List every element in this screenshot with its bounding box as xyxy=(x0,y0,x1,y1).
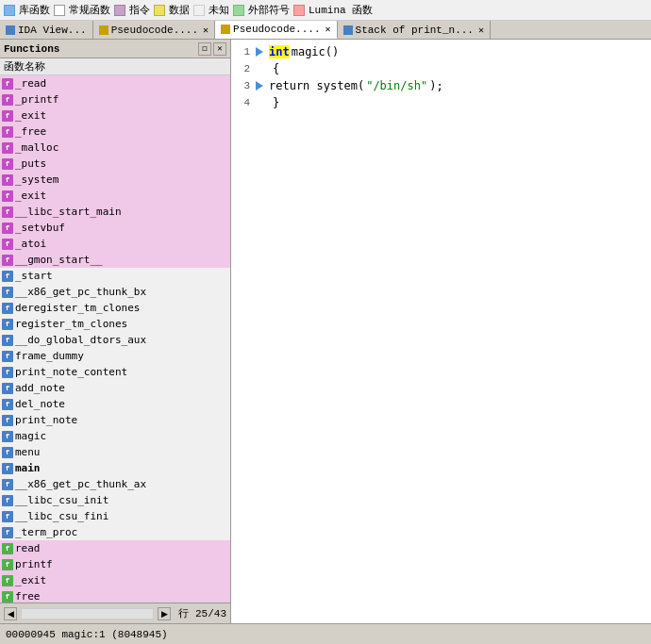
panel-close-btn[interactable]: ✕ xyxy=(213,42,226,56)
tab-close-stack[interactable]: ✕ xyxy=(478,25,484,36)
function-list-item[interactable]: f_exit xyxy=(0,572,230,588)
function-icon: f xyxy=(2,575,13,586)
function-name: __libc_csu_fini xyxy=(15,510,108,522)
scroll-left-btn[interactable]: ◀ xyxy=(4,607,17,620)
function-name: __x86_get_pc_thunk_ax xyxy=(15,478,146,490)
function-icon: f xyxy=(2,158,13,170)
function-name: free xyxy=(15,590,41,603)
function-list-item[interactable]: f_start xyxy=(0,268,230,284)
code-area[interactable]: 1int magic()2{3 return system("/bin/sh")… xyxy=(231,40,651,623)
function-name: printf xyxy=(15,558,53,570)
function-list-item[interactable]: f_free xyxy=(0,124,230,140)
tab-ida-view[interactable]: IDA View... xyxy=(0,21,93,39)
function-list-item[interactable]: f__x86_get_pc_thunk_bx xyxy=(0,284,230,300)
tab-stack[interactable]: Stack of print_n... ✕ xyxy=(338,21,491,39)
function-list-item[interactable]: fprint_note_content xyxy=(0,364,230,380)
function-icon: f xyxy=(2,511,13,522)
legend-data-color xyxy=(154,5,165,16)
function-list-item[interactable]: f__libc_csu_fini xyxy=(0,508,230,524)
legend-lumina-color xyxy=(293,5,305,16)
function-icon: f xyxy=(2,335,13,346)
code-panel: 1int magic()2{3 return system("/bin/sh")… xyxy=(231,40,651,623)
function-icon: f xyxy=(2,463,13,474)
scroll-right-btn[interactable]: ▶ xyxy=(158,607,171,620)
function-name: _malloc xyxy=(15,141,58,154)
code-line: 1int magic() xyxy=(231,43,651,60)
function-list-item[interactable]: f__libc_csu_init xyxy=(0,492,230,508)
function-name: _system xyxy=(15,173,58,186)
function-icon: f xyxy=(2,351,13,362)
function-icon: f xyxy=(2,190,13,202)
function-icon: f xyxy=(2,495,13,506)
function-list-item[interactable]: f__libc_start_main xyxy=(0,204,230,220)
tab-pseudo-2[interactable]: Pseudocode.... ✕ xyxy=(215,21,337,39)
function-list-item[interactable]: fframe_dummy xyxy=(0,348,230,364)
legend-unknown-color xyxy=(193,5,205,16)
functions-col-label: 函数名称 xyxy=(4,59,45,74)
function-list-item[interactable]: fmagic xyxy=(0,428,230,444)
function-list-item[interactable]: f_exit xyxy=(0,107,230,124)
function-list-item[interactable]: f_term_proc xyxy=(0,524,230,540)
function-icon: f xyxy=(2,206,13,218)
tab-icon-stack xyxy=(343,25,353,35)
function-list-item[interactable]: fregister_tm_clones xyxy=(0,316,230,332)
function-name: frame_dummy xyxy=(15,350,84,362)
function-list-item[interactable]: f_malloc xyxy=(0,140,230,156)
panel-bottom-bar: ◀ ▶ 行 25/43 xyxy=(0,603,230,623)
function-name: __libc_start_main xyxy=(15,206,122,218)
function-list-item[interactable]: f_read xyxy=(0,75,230,91)
function-list-item[interactable]: f_exit xyxy=(0,188,230,204)
function-icon: f xyxy=(2,126,13,138)
function-name: _start xyxy=(15,270,53,282)
function-name: main xyxy=(15,462,41,474)
function-icon: f xyxy=(2,78,13,90)
function-name: _free xyxy=(15,125,46,138)
panel-restore-btn[interactable]: ◻ xyxy=(198,42,211,56)
function-name: deregister_tm_clones xyxy=(15,302,140,314)
functions-panel: Functions ◻ ✕ 函数名称 f_readf_printff_exitf… xyxy=(0,40,231,623)
function-name: read xyxy=(15,542,41,554)
main-layout: Functions ◻ ✕ 函数名称 f_readf_printff_exitf… xyxy=(0,40,651,623)
function-list-item[interactable]: f_setvbuf xyxy=(0,220,230,236)
function-list-item[interactable]: fmenu xyxy=(0,444,230,460)
horizontal-scrollbar[interactable] xyxy=(21,608,154,619)
function-list-item[interactable]: fprintf xyxy=(0,556,230,572)
function-list-item[interactable]: f__do_global_dtors_aux xyxy=(0,332,230,348)
function-name: _exit xyxy=(15,190,46,202)
tab-close-pseudo2[interactable]: ✕ xyxy=(326,24,331,35)
function-list-item[interactable]: f_printf xyxy=(0,91,230,107)
function-list-item[interactable]: fdel_note xyxy=(0,396,230,412)
tab-close-pseudo1[interactable]: ✕ xyxy=(203,25,209,36)
function-icon: f xyxy=(2,399,13,410)
function-list-item[interactable]: f__x86_get_pc_thunk_ax xyxy=(0,476,230,492)
functions-list[interactable]: f_readf_printff_exitf_freef_mallocf_puts… xyxy=(0,75,230,603)
legend-external-color xyxy=(233,5,244,16)
function-list-item[interactable]: fread xyxy=(0,540,230,556)
tab-label-ida: IDA View... xyxy=(18,25,87,36)
tab-label-pseudo2: Pseudocode.... xyxy=(233,24,320,35)
tab-label-stack: Stack of print_n... xyxy=(356,25,474,36)
function-list-item[interactable]: ffree xyxy=(0,588,230,603)
code-token: } xyxy=(273,96,279,109)
function-list-item[interactable]: fprint_note xyxy=(0,412,230,428)
tab-pseudo-1[interactable]: Pseudocode.... ✕ xyxy=(93,21,215,39)
function-name: _exit xyxy=(15,109,46,122)
function-list-item[interactable]: f_puts xyxy=(0,156,230,172)
function-list-item[interactable]: fderegister_tm_clones xyxy=(0,300,230,316)
function-name: __do_global_dtors_aux xyxy=(15,334,146,346)
function-icon: f xyxy=(2,319,13,330)
function-list-item[interactable]: fadd_note xyxy=(0,380,230,396)
legend-external-label: 外部符号 xyxy=(248,3,290,17)
function-name: _puts xyxy=(15,157,46,170)
function-list-item[interactable]: f__gmon_start__ xyxy=(0,252,230,268)
functions-panel-header: Functions ◻ ✕ xyxy=(0,40,230,58)
function-list-item[interactable]: f_system xyxy=(0,172,230,188)
function-list-item[interactable]: fmain xyxy=(0,460,230,476)
function-icon: f xyxy=(2,174,13,186)
legend-normal-label: 常规函数 xyxy=(69,3,110,17)
function-list-item[interactable]: f_atoi xyxy=(0,236,230,252)
code-line: 4} xyxy=(231,94,651,111)
function-name: _term_proc xyxy=(15,526,77,538)
function-icon: f xyxy=(2,94,13,106)
function-name: _printf xyxy=(15,93,58,106)
